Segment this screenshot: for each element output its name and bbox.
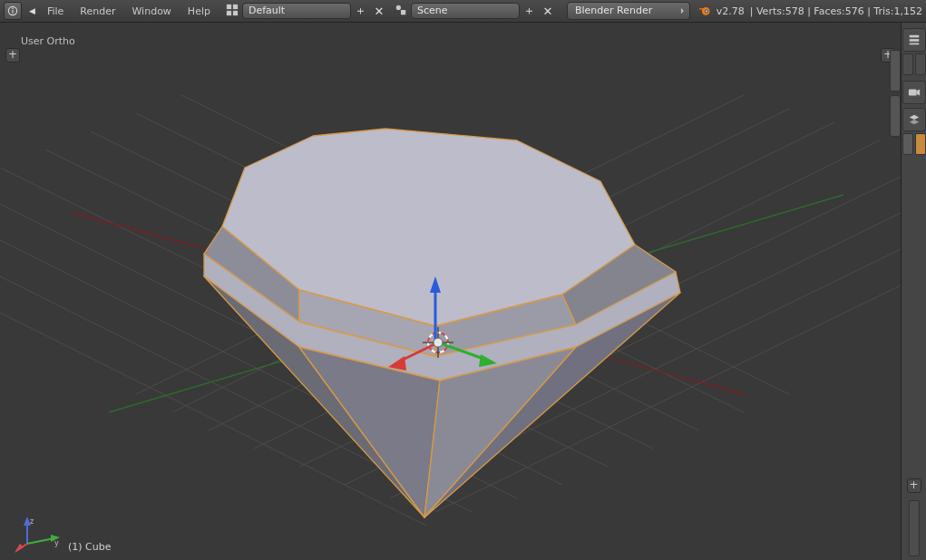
version-label: v2.78 xyxy=(716,5,745,17)
top-header: ◀ File Render Window Help Default ＋ ✕ Sc… xyxy=(0,0,926,23)
menu-render[interactable]: Render xyxy=(72,0,123,23)
svg-point-53 xyxy=(434,338,443,347)
render-tab[interactable] xyxy=(902,81,926,104)
svg-rect-4 xyxy=(233,4,238,8)
svg-line-55 xyxy=(27,538,54,544)
active-object-label: (1) Cube xyxy=(68,541,111,553)
scene-field[interactable]: Scene xyxy=(411,3,520,19)
viewport-side-handles[interactable] xyxy=(890,48,901,139)
pin-pair[interactable] xyxy=(902,133,926,155)
view-label: User Ortho xyxy=(21,35,75,47)
svg-point-11 xyxy=(706,10,707,12)
svg-marker-59 xyxy=(15,544,24,553)
properties-header-strip: + xyxy=(901,23,926,560)
menu-window[interactable]: Window xyxy=(123,0,179,23)
layout-add-button[interactable]: ＋ xyxy=(353,3,369,19)
layout-field[interactable]: Default xyxy=(242,3,351,19)
menu-file[interactable]: File xyxy=(39,0,72,23)
svg-point-2 xyxy=(12,8,14,10)
svg-rect-3 xyxy=(227,4,231,8)
panel-scrollbar[interactable] xyxy=(909,500,920,556)
svg-marker-68 xyxy=(909,120,919,124)
nav-arrows[interactable] xyxy=(902,53,926,75)
layers-icon xyxy=(908,113,921,126)
scene-selector: Scene ＋ ✕ xyxy=(391,3,556,19)
menu-collapse-icon[interactable]: ◀ xyxy=(25,3,39,19)
svg-rect-5 xyxy=(227,10,231,14)
options-icon xyxy=(908,34,921,46)
scene-remove-button[interactable]: ✕ xyxy=(540,3,556,19)
render-layers-tab[interactable] xyxy=(902,108,926,131)
svg-rect-1 xyxy=(12,10,13,14)
svg-text:z: z xyxy=(30,517,34,526)
info-icon xyxy=(7,5,18,16)
viewport-canvas xyxy=(0,23,901,560)
svg-rect-8 xyxy=(401,10,405,14)
render-engine-selector: Blender Render xyxy=(567,2,690,20)
layout-selector: Default ＋ ✕ xyxy=(222,3,387,19)
svg-rect-65 xyxy=(908,90,916,96)
svg-rect-62 xyxy=(909,35,919,38)
3d-viewport[interactable]: + + User Ortho z y (1) Cube xyxy=(0,23,901,560)
scene-add-button[interactable]: ＋ xyxy=(521,3,538,19)
editor-type-button[interactable] xyxy=(902,28,926,52)
scene-grip-icon[interactable] xyxy=(391,4,411,19)
viewport-expand-toggle-tl[interactable]: + xyxy=(5,48,20,63)
layout-remove-button[interactable]: ✕ xyxy=(371,3,387,19)
axis-compass: z y xyxy=(15,517,60,553)
svg-rect-63 xyxy=(909,39,919,42)
render-engine-field[interactable]: Blender Render xyxy=(567,2,690,20)
menu-help[interactable]: Help xyxy=(180,0,219,23)
svg-marker-67 xyxy=(909,115,919,120)
svg-point-7 xyxy=(396,5,401,9)
layout-grip-icon[interactable] xyxy=(222,4,242,19)
camera-icon xyxy=(908,86,921,99)
stats-label: | Verts:578 | Faces:576 | Tris:1,152 xyxy=(750,5,922,17)
panel-expand-toggle[interactable]: + xyxy=(907,478,921,493)
svg-rect-6 xyxy=(233,10,238,14)
svg-text:y: y xyxy=(54,539,59,547)
svg-marker-66 xyxy=(916,90,920,96)
svg-rect-64 xyxy=(909,43,919,45)
editor-type-dropdown[interactable] xyxy=(4,2,22,20)
blender-logo-icon xyxy=(697,3,711,19)
